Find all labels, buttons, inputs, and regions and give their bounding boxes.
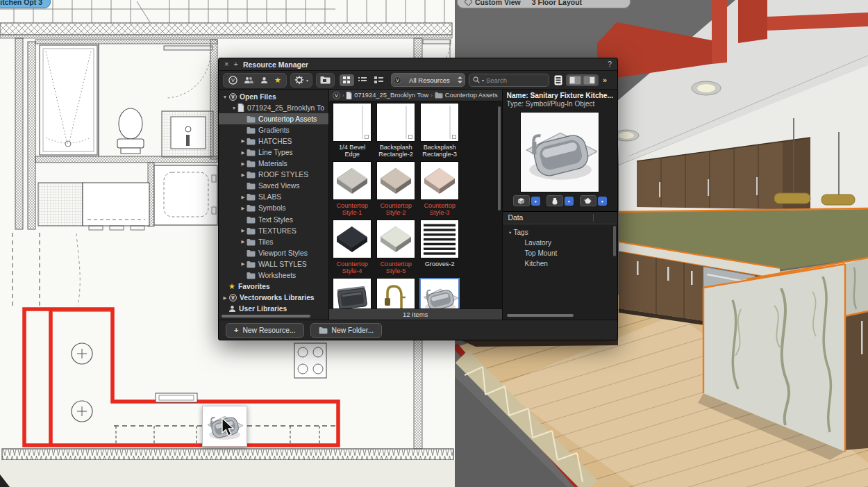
close-icon[interactable]: × <box>224 60 228 68</box>
folder-icon <box>319 327 328 334</box>
resource-item-1-4-bevel-edge[interactable]: 1/4 Bevel Edge <box>331 103 374 158</box>
plan-viewport-label[interactable]: 3 Kitchen Opt 3 <box>0 0 51 8</box>
folder-icon <box>435 92 443 99</box>
tree-horizontal-scrollbar[interactable] <box>222 315 310 317</box>
detail-view-button[interactable] <box>372 74 386 86</box>
resource-thumbnail[interactable] <box>333 220 372 258</box>
resource-thumbnail[interactable] <box>376 103 415 142</box>
resource-item-countertop-style-5[interactable]: Countertop Style-5 <box>374 220 418 275</box>
tree-item-textures[interactable]: ▶TEXTURES <box>219 225 328 236</box>
tree-item-slabs[interactable]: ▶SLABS <box>219 192 328 203</box>
tag-kitchen[interactable]: Kitchen <box>507 258 617 269</box>
tree-item-materials[interactable]: ▶Materials <box>219 158 328 170</box>
tree-item-user-libraries[interactable]: User Libraries <box>219 304 328 315</box>
tree-item-saved-views[interactable]: Saved Views <box>219 181 328 192</box>
new-folder-button[interactable]: New Folder... <box>310 323 383 338</box>
object-preview-button[interactable] <box>546 195 563 206</box>
object-preview-dropdown[interactable]: ▾ <box>565 197 574 206</box>
tree-item-text-styles[interactable]: Text Styles <box>219 214 328 225</box>
favorites-star-icon[interactable]: ★ <box>274 76 281 84</box>
list-view-button[interactable] <box>356 74 370 86</box>
preview-left-toggle[interactable] <box>569 76 581 85</box>
help-icon[interactable]: ? <box>608 60 612 68</box>
dropdown-arrows-icon <box>458 76 462 83</box>
tree-item-favorites[interactable]: ★Favorites <box>219 281 328 292</box>
texture-preview-button[interactable] <box>580 195 596 206</box>
search-input[interactable]: ▾ Search <box>469 74 549 87</box>
resource-thumbnail[interactable] <box>376 220 415 258</box>
tree-item-label: WALL STYLES <box>258 261 307 268</box>
resource-item-grooves-2[interactable]: Grooves-2 <box>418 220 462 275</box>
resource-item-countertop-style-3[interactable]: Countertop Style-3 <box>418 161 462 217</box>
resource-thumbnail[interactable] <box>376 278 415 308</box>
resource-item-backsplash-rectangle-2[interactable]: Backsplash Rectangle-2 <box>374 103 418 158</box>
resource-item-kraus-oletto-faucet-gold[interactable]: Kraus Oletto Faucet-Gold <box>374 278 418 308</box>
tags-group[interactable]: ▾ Tags <box>507 227 617 238</box>
resource-manager-window: × + Resource Manager ? V ★ ▾ <box>218 58 618 340</box>
plan-shower <box>40 45 97 155</box>
svg-text:V: V <box>231 94 235 99</box>
resource-thumbnail[interactable] <box>376 161 415 200</box>
add-window-icon[interactable]: + <box>233 60 237 68</box>
resource-item-countertop-style-2[interactable]: Countertop Style-2 <box>374 161 418 217</box>
preview-vertical-scrollbar[interactable] <box>613 226 616 256</box>
resource-thumbnail[interactable] <box>333 278 372 308</box>
tree-item-vectorworks-libraries[interactable]: ▶VVectorworks Libraries <box>219 292 328 304</box>
tree-item-hatches[interactable]: ▶HATCHES <box>219 135 328 147</box>
tag-lavatory[interactable]: Lavatory <box>507 238 617 248</box>
new-resource-button[interactable]: + New Resource... <box>226 323 304 338</box>
tree-item-label: Text Styles <box>258 216 293 224</box>
resource-item-countertop-style-1[interactable]: Countertop Style-1 <box>331 161 374 217</box>
resource-item-countertop-style-4[interactable]: Countertop Style-4 <box>331 220 374 275</box>
tag-top-mount[interactable]: Top Mount <box>507 248 617 258</box>
tree-item-label: User Libraries <box>239 305 287 313</box>
grid-view-button[interactable] <box>340 74 354 86</box>
tree-item-countertop-assets[interactable]: Countertop Assets <box>219 113 328 124</box>
tree-item-viewport-styles[interactable]: Viewport Styles <box>219 247 328 258</box>
tree-item-roof-styles[interactable]: ▶ROOF STYLES <box>219 170 328 181</box>
window-title: Resource Manager <box>243 60 308 69</box>
folder-icon <box>247 138 256 145</box>
breadcrumb-folder[interactable]: Countertop Assets <box>445 92 498 99</box>
tree-item-line-types[interactable]: ▶Line Types <box>219 147 328 158</box>
resource-item-sanitary-fixture-kitchen-one-sink[interactable]: Sanitary Fixture Kitchen One Sink <box>418 278 462 308</box>
resource-thumbnail[interactable] <box>333 103 372 142</box>
vectorworks-logo-icon[interactable]: V <box>228 76 237 85</box>
preview-list-icon[interactable] <box>554 75 562 85</box>
resource-item-kraus-kore-33-workstation-sink-5[interactable]: Kraus Kore 33" Workstation Sink-5 <box>331 278 374 308</box>
resource-filter-dropdown[interactable]: V All Resources <box>391 73 465 87</box>
expand-panel-icon[interactable]: » <box>603 76 607 84</box>
tree-item-071924-25-brooklyn-to[interactable]: ▼071924_25_Brooklyn To <box>219 102 328 113</box>
render-mode-button[interactable] <box>513 195 530 206</box>
tree-item-worksheets[interactable]: Worksheets <box>219 270 328 281</box>
tree-item-symbols[interactable]: ▶Symbols <box>219 203 328 214</box>
texture-preview-dropdown[interactable]: ▾ <box>598 197 607 206</box>
group-libraries-icon[interactable] <box>244 76 254 84</box>
render-viewport-label[interactable]: Custom View 3 Floor Layout <box>457 0 631 8</box>
tree-item-wall-styles[interactable]: ▶WALL STYLES <box>219 258 328 270</box>
preview-right-toggle[interactable] <box>583 76 596 85</box>
resource-manager-titlebar[interactable]: × + Resource Manager ? <box>219 58 617 71</box>
data-section-header[interactable]: Data <box>503 211 617 224</box>
tree-item-label: ROOF STYLES <box>258 171 308 179</box>
resource-label: Backsplash Rectangle-3 <box>419 144 460 158</box>
new-folder-tool-button[interactable] <box>316 73 335 88</box>
user-libraries-icon[interactable] <box>260 76 268 84</box>
breadcrumb-file[interactable]: 071924_25_Brooklyn Tow <box>354 92 428 99</box>
grid-vertical-scrollbar[interactable] <box>498 106 501 211</box>
render-mode-dropdown[interactable]: ▾ <box>531 197 540 206</box>
resource-thumbnail[interactable] <box>333 161 372 200</box>
resource-item-backsplash-rectangle-3[interactable]: Backsplash Rectangle-3 <box>418 103 462 158</box>
resource-thumbnail[interactable] <box>419 278 460 308</box>
breadcrumb[interactable]: V › 071924_25_Brooklyn Tow › Countertop … <box>329 90 502 101</box>
tree-item-tiles[interactable]: ▶Tiles <box>219 236 328 247</box>
resource-thumbnail[interactable] <box>420 161 459 200</box>
tree-item-gradients[interactable]: Gradients <box>219 124 328 135</box>
tree-item-open-files[interactable]: ▼VOpen Files <box>219 91 328 102</box>
resource-thumbnail[interactable] <box>420 103 459 142</box>
resource-grid: 1/4 Bevel EdgeBacksplash Rectangle-2Back… <box>329 101 502 308</box>
preview-horizontal-scrollbar[interactable] <box>507 314 574 317</box>
tree-item-label: Worksheets <box>258 272 296 279</box>
resource-thumbnail[interactable] <box>420 220 459 258</box>
settings-button[interactable]: ▾ <box>290 73 312 88</box>
